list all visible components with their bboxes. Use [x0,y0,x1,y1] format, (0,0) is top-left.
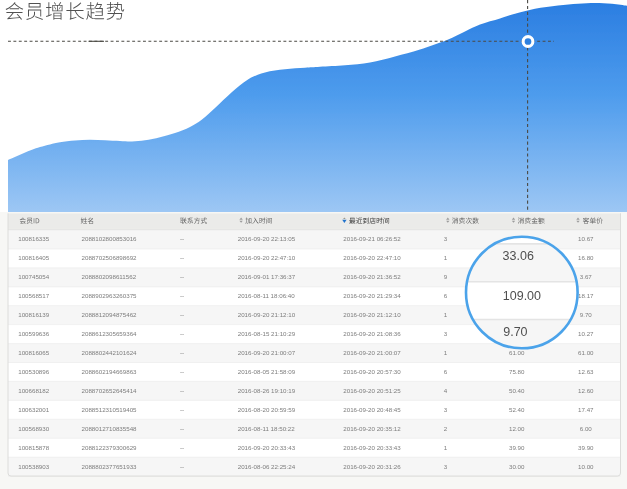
svg-text:100538903: 100538903 [18,463,50,470]
svg-text:2088702506898692: 2088702506898692 [82,254,138,261]
svg-text:6: 6 [444,368,448,375]
svg-text:2016-09-20 20:33:43: 2016-09-20 20:33:43 [238,444,296,451]
svg-text:100530896: 100530896 [18,368,50,375]
svg-text:100816065: 100816065 [18,349,50,356]
svg-text:2016-09-20 21:36:52: 2016-09-20 21:36:52 [343,273,401,280]
svg-text:--: -- [180,425,184,432]
svg-text:2016-09-20 22:13:05: 2016-09-20 22:13:05 [238,235,296,242]
svg-text:52.40: 52.40 [509,406,525,413]
svg-text:33.06: 33.06 [503,249,534,263]
svg-text:18.17: 18.17 [578,292,594,299]
svg-text:3: 3 [444,235,448,242]
svg-text:2016-09-20 21:00:07: 2016-09-20 21:00:07 [238,349,296,356]
svg-text:--: -- [180,463,184,470]
svg-text:--: -- [180,444,184,451]
svg-text:2088802377651933: 2088802377651933 [82,463,138,470]
svg-text:100816335: 100816335 [18,235,50,242]
svg-text:100668182: 100668182 [18,387,50,394]
svg-text:2016-08-11 18:06:40: 2016-08-11 18:06:40 [238,292,296,299]
svg-text:4: 4 [444,387,448,394]
svg-text:3: 3 [444,330,448,337]
svg-text:2088612305659364: 2088612305659364 [82,330,138,337]
svg-text:100568930: 100568930 [18,425,50,432]
svg-text:1: 1 [444,311,448,318]
svg-text:6: 6 [444,292,448,299]
svg-text:--: -- [180,368,184,375]
svg-text:2088122379300629: 2088122379300629 [82,444,138,451]
svg-text:2016-09-20 20:51:25: 2016-09-20 20:51:25 [343,387,401,394]
svg-text:100816405: 100816405 [18,254,50,261]
svg-text:2016-09-20 20:35:12: 2016-09-20 20:35:12 [343,425,401,432]
svg-text:10.67: 10.67 [578,235,594,242]
svg-text:30.00: 30.00 [509,463,525,470]
svg-text:9.70: 9.70 [580,311,593,318]
svg-text:17.47: 17.47 [578,406,594,413]
svg-text:2016-09-20 20:31:26: 2016-09-20 20:31:26 [343,463,401,470]
svg-text:2016-08-06 22:25:24: 2016-08-06 22:25:24 [238,463,296,470]
svg-text:--: -- [180,330,184,337]
svg-text:2016-09-21 06:26:52: 2016-09-21 06:26:52 [343,235,401,242]
svg-text:100632001: 100632001 [18,406,50,413]
svg-text:--: -- [180,311,184,318]
svg-text:2088802442101624: 2088802442101624 [82,349,138,356]
svg-text:109.00: 109.00 [503,289,541,303]
svg-text:2016-09-20 20:48:45: 2016-09-20 20:48:45 [343,406,401,413]
svg-text:1: 1 [444,254,448,261]
svg-text:2016-09-20 20:57:30: 2016-09-20 20:57:30 [343,368,401,375]
svg-text:2088512310519405: 2088512310519405 [82,406,138,413]
svg-text:2016-09-01 17:36:37: 2016-09-01 17:36:37 [238,273,296,280]
svg-text:3: 3 [444,406,448,413]
svg-text:2016-09-20 21:00:07: 2016-09-20 21:00:07 [343,349,401,356]
svg-text:100568517: 100568517 [18,292,50,299]
svg-text:2016-09-20 20:33:43: 2016-09-20 20:33:43 [343,444,401,451]
svg-text:--: -- [180,406,184,413]
svg-text:2088802098611562: 2088802098611562 [82,273,137,280]
svg-text:2016-09-20 21:12:10: 2016-09-20 21:12:10 [343,311,401,318]
svg-text:2016-09-20 21:29:34: 2016-09-20 21:29:34 [343,292,401,299]
svg-text:50.40: 50.40 [509,387,525,394]
svg-text:39.90: 39.90 [509,444,525,451]
svg-text:2016-09-20 22:47:10: 2016-09-20 22:47:10 [238,254,296,261]
svg-text:2088702652645414: 2088702652645414 [82,387,138,394]
svg-text:--: -- [180,254,184,261]
svg-text:75.80: 75.80 [509,368,525,375]
svg-text:100745054: 100745054 [18,273,50,280]
svg-text:2016-08-05 21:58:09: 2016-08-05 21:58:09 [238,368,296,375]
svg-text:--: -- [180,273,184,280]
svg-text:1: 1 [444,444,448,451]
svg-text:9: 9 [444,273,448,280]
svg-text:2088902963260375: 2088902963260375 [82,292,138,299]
svg-text:2088812094875462: 2088812094875462 [82,311,138,318]
svg-text:100815878: 100815878 [18,444,50,451]
svg-text:2016-08-11 18:50:22: 2016-08-11 18:50:22 [238,425,296,432]
svg-text:9.70: 9.70 [503,325,527,339]
svg-text:--: -- [180,387,184,394]
svg-text:2016-08-15 21:10:29: 2016-08-15 21:10:29 [238,330,296,337]
svg-text:12.00: 12.00 [509,425,525,432]
svg-text:2016-08-26 19:10:19: 2016-08-26 19:10:19 [238,387,296,394]
svg-text:2016-08-20 20:59:59: 2016-08-20 20:59:59 [238,406,296,413]
svg-text:39.90: 39.90 [578,444,594,451]
svg-text:6.00: 6.00 [580,425,593,432]
svg-text:12.63: 12.63 [578,368,594,375]
svg-text:12.60: 12.60 [578,387,594,394]
svg-text:2016-09-20 21:12:10: 2016-09-20 21:12:10 [238,311,296,318]
svg-text:2088012710835548: 2088012710835548 [82,425,138,432]
svg-text:3: 3 [444,463,448,470]
svg-text:2016-09-20 21:08:36: 2016-09-20 21:08:36 [343,330,401,337]
svg-text:100599636: 100599636 [18,330,50,337]
svg-text:--: -- [180,349,184,356]
svg-text:2016-09-20 22:47:10: 2016-09-20 22:47:10 [343,254,401,261]
svg-text:100816139: 100816139 [18,311,50,318]
svg-text:--: -- [180,235,184,242]
svg-text:2088102800853016: 2088102800853016 [82,235,138,242]
svg-text:2: 2 [444,425,448,432]
svg-text:1: 1 [444,349,448,356]
svg-text:61.00: 61.00 [578,349,594,356]
svg-text:16.80: 16.80 [578,254,594,261]
svg-text:--: -- [180,292,184,299]
svg-text:3.67: 3.67 [580,273,593,280]
svg-text:2088602194669863: 2088602194669863 [82,368,138,375]
svg-text:10.00: 10.00 [578,463,594,470]
svg-text:61.00: 61.00 [509,349,525,356]
